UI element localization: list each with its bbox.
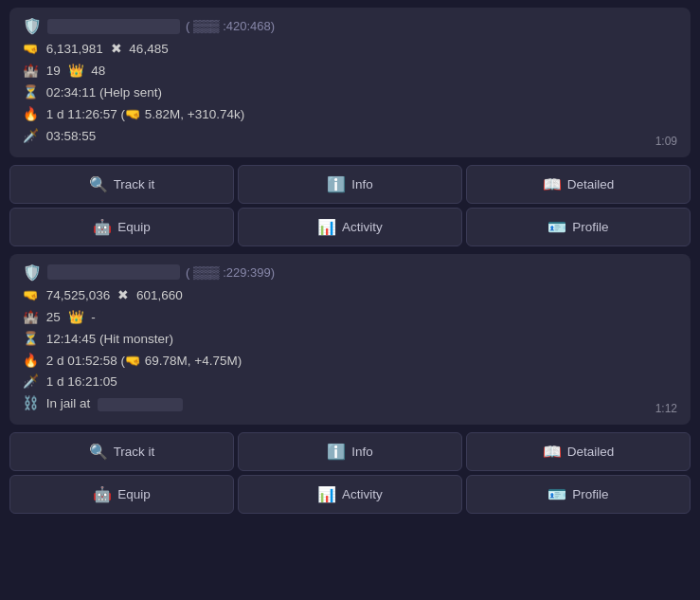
sword-value-2: 1 d 16:21:05 xyxy=(46,374,117,389)
track-it-label-2: Track it xyxy=(114,445,155,459)
timer-value-1: 02:34:11 (Help sent) xyxy=(46,85,162,100)
button-row-2a: 🔍 Track it ℹ️ Info 📖 Detailed xyxy=(9,432,691,471)
activity-button-1[interactable]: 📊 Activity xyxy=(238,208,462,246)
stat-power-2: 🤜 74,525,036 ✖ 601,660 xyxy=(23,285,677,307)
level-value-1: 19 xyxy=(46,64,61,78)
profile-icon-2: 🪪 xyxy=(547,485,566,503)
equip-icon-1: 🤖 xyxy=(93,218,112,236)
book-icon-2: 📖 xyxy=(543,443,562,461)
button-row-1a: 🔍 Track it ℹ️ Info 📖 Detailed xyxy=(9,165,691,204)
profile-label-2: Profile xyxy=(572,487,608,501)
info-button-1[interactable]: ℹ️ Info xyxy=(238,165,462,204)
stat-power-1: 🤜 6,131,981 ✖ 46,485 xyxy=(23,39,677,61)
detailed-button-1[interactable]: 📖 Detailed xyxy=(466,165,691,204)
timestamp-1: 1:09 xyxy=(655,135,677,148)
crown-value-2: - xyxy=(91,310,96,324)
card-header-2: 🛡️ ( ▒▒▒ :229:399) xyxy=(23,264,677,282)
jail-label-2: In jail at xyxy=(46,396,91,410)
info-icon-1: ℹ️ xyxy=(327,175,346,193)
activity-label-2: Activity xyxy=(342,487,383,501)
profile-icon-1: 🪪 xyxy=(547,218,566,236)
button-row-1b: 🤖 Equip 📊 Activity 🪪 Profile xyxy=(9,208,691,246)
stat-level-1: 🏰 19 👑 48 xyxy=(23,61,677,82)
equip-icon-2: 🤖 xyxy=(93,485,112,503)
equip-label-2: Equip xyxy=(117,487,151,501)
activity-label-1: Activity xyxy=(342,220,383,234)
track-it-label-1: Track it xyxy=(114,177,155,191)
stat-timer-2: ⏳ 12:14:45 (Hit monster) xyxy=(23,329,677,351)
activity-button-2[interactable]: 📊 Activity xyxy=(238,475,462,514)
equip-button-1[interactable]: 🤖 Equip xyxy=(9,208,234,246)
stat-sword-2: 🗡️ 1 d 16:21:05 xyxy=(23,372,677,393)
secondary-value-1: 46,485 xyxy=(129,42,168,56)
equip-label-1: Equip xyxy=(117,220,151,234)
detailed-label-2: Detailed xyxy=(567,445,615,459)
power-value-2: 74,525,036 xyxy=(46,288,111,302)
button-row-2b: 🤖 Equip 📊 Activity 🪪 Profile xyxy=(9,475,691,514)
detailed-label-1: Detailed xyxy=(567,177,615,191)
username-bar-2 xyxy=(47,264,180,280)
fire-value-1: 1 d 11:26:57 (🤜 5.82M, +310.74k) xyxy=(46,107,245,121)
activity-icon-1: 📊 xyxy=(317,218,336,236)
profile-button-1[interactable]: 🪪 Profile xyxy=(466,208,691,246)
stat-fire-2: 🔥 2 d 01:52:58 (🤜 69.78M, +4.75M) xyxy=(23,351,677,373)
crown-value-1: 48 xyxy=(91,64,105,78)
timestamp-2: 1:12 xyxy=(655,402,677,415)
info-icon-2: ℹ️ xyxy=(327,443,346,461)
search-icon-2: 🔍 xyxy=(89,443,108,461)
player-card-1: 🛡️ ( ▒▒▒ :420:468) 🤜 6,131,981 ✖ 46,485 … xyxy=(9,8,691,157)
stat-sword-1: 🗡️ 03:58:55 xyxy=(23,126,677,148)
card-header-1: 🛡️ ( ▒▒▒ :420:468) xyxy=(23,17,677,35)
equip-button-2[interactable]: 🤖 Equip xyxy=(9,475,234,514)
username-bar-1 xyxy=(47,19,180,34)
player-card-2: 🛡️ ( ▒▒▒ :229:399) 🤜 74,525,036 ✖ 601,66… xyxy=(9,254,691,426)
activity-icon-2: 📊 xyxy=(317,485,336,503)
power-value-1: 6,131,981 xyxy=(46,42,103,56)
stat-level-2: 🏰 25 👑 - xyxy=(23,307,677,329)
book-icon-1: 📖 xyxy=(543,175,562,193)
secondary-value-2: 601,660 xyxy=(136,288,183,302)
stat-timer-1: ⏳ 02:34:11 (Help sent) xyxy=(23,82,677,104)
search-icon-1: 🔍 xyxy=(89,175,108,193)
level-value-2: 25 xyxy=(46,310,61,324)
track-it-button-1[interactable]: 🔍 Track it xyxy=(9,165,234,204)
stat-jail-2: ⛓️ In jail at xyxy=(23,393,677,415)
coords-1: ( ▒▒▒ :420:468) xyxy=(186,19,275,33)
sword-value-1: 03:58:55 xyxy=(46,129,97,143)
profile-button-2[interactable]: 🪪 Profile xyxy=(466,475,691,514)
timer-value-2: 12:14:45 (Hit monster) xyxy=(46,332,173,346)
info-label-1: Info xyxy=(351,177,373,191)
coords-2: ( ▒▒▒ :229:399) xyxy=(186,265,275,280)
detailed-button-2[interactable]: 📖 Detailed xyxy=(466,432,691,471)
jail-location-2 xyxy=(98,398,183,411)
track-it-button-2[interactable]: 🔍 Track it xyxy=(9,432,234,471)
fire-value-2: 2 d 01:52:58 (🤜 69.78M, +4.75M) xyxy=(46,354,242,368)
info-button-2[interactable]: ℹ️ Info xyxy=(238,432,462,471)
info-label-2: Info xyxy=(351,445,373,459)
shield-icon-1: 🛡️ xyxy=(23,17,42,35)
stat-fire-1: 🔥 1 d 11:26:57 (🤜 5.82M, +310.74k) xyxy=(23,104,677,126)
profile-label-1: Profile xyxy=(572,220,608,234)
shield-icon-2: 🛡️ xyxy=(23,264,42,282)
